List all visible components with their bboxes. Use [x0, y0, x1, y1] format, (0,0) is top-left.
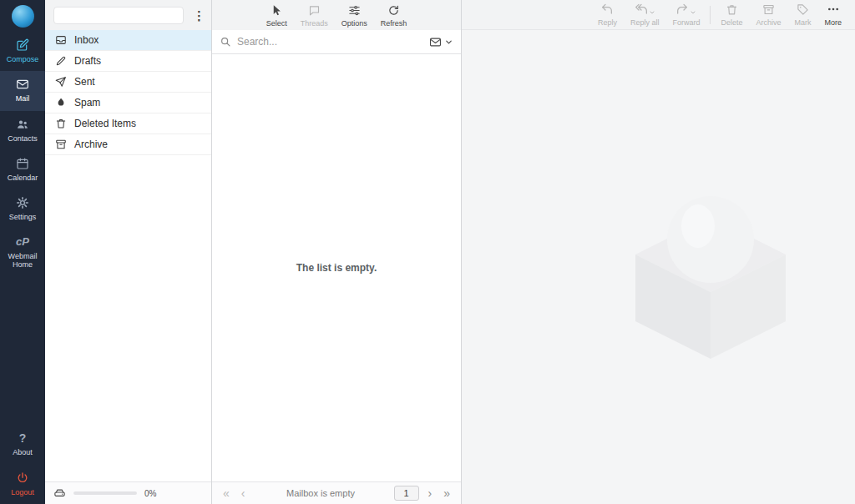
chevron-down-icon — [444, 38, 453, 47]
toolbar-separator — [710, 6, 711, 24]
toolbar-button-label: Select — [266, 19, 287, 28]
folders-panel: ⋮ Inbox Drafts Sent — [45, 0, 212, 504]
sidebar-item-label: Settings — [9, 213, 37, 221]
pencil-icon — [55, 55, 67, 67]
search-icon — [220, 36, 231, 48]
cursor-icon — [271, 3, 283, 17]
quota-progressbar — [73, 491, 137, 495]
folder-item-inbox[interactable]: Inbox — [45, 30, 211, 51]
reply-button[interactable]: Reply — [591, 1, 624, 28]
message-toolbar: Reply Reply all — [462, 0, 855, 30]
folder-list: Inbox Drafts Sent Spam — [45, 30, 211, 481]
sidebar-item-settings[interactable]: Settings — [0, 189, 45, 229]
app-sidebar: Compose Mail Contacts Calendar — [0, 0, 45, 504]
calendar-icon — [16, 157, 29, 170]
prev-page-button[interactable]: ‹ — [239, 486, 248, 500]
message-search-bar — [212, 30, 461, 54]
folder-item-deleted-items[interactable]: Deleted Items — [45, 113, 211, 134]
sliders-icon — [348, 3, 361, 17]
message-view-panel: Reply Reply all — [462, 0, 855, 504]
folder-item-drafts[interactable]: Drafts — [45, 51, 211, 72]
gear-icon — [16, 196, 29, 209]
archive-box-icon — [762, 3, 775, 16]
folders-header: ⋮ — [45, 0, 211, 30]
ellipsis-icon — [827, 3, 840, 16]
folder-search-input[interactable] — [53, 7, 184, 24]
people-icon — [16, 118, 29, 131]
list-toolbar: Select Threads Options Refresh — [212, 0, 461, 30]
folder-label: Drafts — [74, 55, 101, 67]
forward-button[interactable]: Forward — [665, 1, 706, 28]
message-list-empty-area: The list is empty. — [212, 54, 461, 481]
folder-item-sent[interactable]: Sent — [45, 72, 211, 93]
sidebar-item-contacts[interactable]: Contacts — [0, 111, 45, 150]
trash-icon — [726, 3, 738, 16]
sidebar-item-webmail-home[interactable]: cP Webmail Home — [0, 229, 45, 277]
sidebar-item-label: Webmail Home — [2, 252, 43, 270]
toolbar-button-label: Mark — [794, 18, 811, 27]
archive-button[interactable]: Archive — [749, 1, 787, 28]
power-icon — [16, 471, 29, 485]
chevron-down-icon — [690, 9, 696, 16]
folder-label: Spam — [74, 97, 100, 108]
page-number-input[interactable] — [394, 486, 419, 501]
webmail-logo[interactable] — [0, 0, 45, 32]
toolbar-button-label: More — [824, 18, 842, 27]
folder-options-kebab-icon[interactable]: ⋮ — [190, 9, 208, 22]
folder-item-archive[interactable]: Archive — [45, 134, 211, 155]
select-button[interactable]: Select — [260, 2, 294, 29]
toolbar-button-label: Reply all — [630, 18, 660, 27]
sidebar-item-label: Compose — [7, 55, 39, 63]
mailbox-status-text: Mailbox is empty — [254, 488, 387, 498]
archive-box-icon — [55, 139, 67, 150]
sidebar-item-logout[interactable]: Logout — [0, 465, 45, 504]
sidebar-nav: Compose Mail Contacts Calendar — [0, 32, 45, 276]
empty-list-message: The list is empty. — [296, 262, 377, 274]
sidebar-bottom-nav: ? About Logout — [0, 425, 45, 504]
message-search-input[interactable] — [237, 36, 423, 48]
paper-plane-icon — [55, 76, 67, 88]
folder-label: Inbox — [74, 34, 99, 46]
forward-icon — [675, 3, 689, 16]
more-button[interactable]: More — [817, 1, 848, 28]
toolbar-button-label: Forward — [672, 18, 700, 27]
sidebar-item-compose[interactable]: Compose — [0, 32, 45, 71]
mark-button[interactable]: Mark — [787, 1, 817, 28]
sidebar-item-label: About — [13, 448, 33, 456]
tag-icon — [797, 3, 809, 16]
quota-footer: 0% — [45, 481, 211, 504]
reply-all-icon — [635, 3, 648, 16]
toolbar-button-label: Threads — [301, 19, 328, 28]
first-page-button[interactable]: « — [220, 486, 232, 500]
sidebar-item-label: Logout — [11, 488, 34, 496]
folder-label: Deleted Items — [74, 118, 136, 129]
options-button[interactable]: Options — [335, 2, 374, 29]
sidebar-item-mail[interactable]: Mail — [0, 71, 45, 110]
reply-all-button[interactable]: Reply all — [624, 1, 666, 28]
sidebar-item-label: Mail — [16, 94, 30, 103]
sidebar-item-label: Calendar — [8, 174, 38, 182]
refresh-button[interactable]: Refresh — [374, 2, 414, 29]
flame-icon — [55, 97, 67, 108]
threads-icon — [308, 3, 321, 17]
sidebar-item-about[interactable]: ? About — [0, 425, 45, 464]
toolbar-button-label: Reply — [598, 18, 617, 27]
pencil-square-icon — [16, 38, 29, 52]
message-view-empty-area — [462, 30, 855, 504]
folder-label: Archive — [74, 139, 108, 150]
question-icon: ? — [19, 431, 27, 445]
cpanel-icon: cP — [16, 236, 29, 249]
threads-button[interactable]: Threads — [294, 2, 335, 29]
next-page-button[interactable]: › — [426, 486, 435, 500]
sidebar-item-calendar[interactable]: Calendar — [0, 150, 45, 189]
toolbar-button-label: Delete — [721, 18, 742, 27]
folder-item-spam[interactable]: Spam — [45, 93, 211, 113]
search-scope-menu[interactable] — [429, 36, 453, 48]
inbox-icon — [55, 34, 67, 46]
list-pagination-footer: « ‹ Mailbox is empty › » — [212, 481, 461, 504]
last-page-button[interactable]: » — [441, 486, 453, 500]
delete-button[interactable]: Delete — [714, 1, 749, 28]
watermark-box-sphere-graphic — [606, 171, 815, 363]
envelope-icon — [429, 36, 442, 48]
envelope-icon — [16, 78, 29, 91]
